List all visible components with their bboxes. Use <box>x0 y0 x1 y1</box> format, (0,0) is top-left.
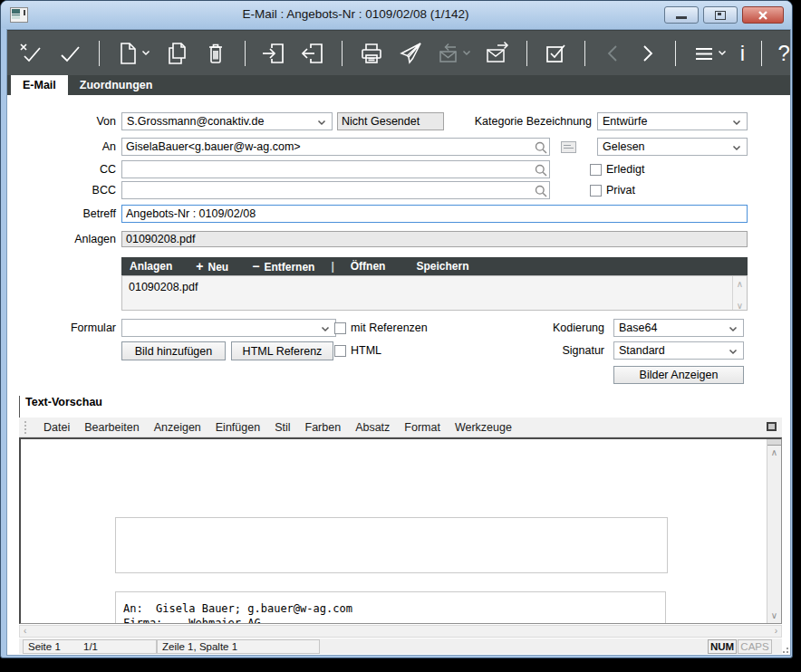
search-icon[interactable] <box>535 141 547 154</box>
forward-mail-icon[interactable] <box>485 41 510 66</box>
import-icon[interactable] <box>261 41 286 66</box>
menu-anzeigen[interactable]: Anzeigen <box>147 421 208 434</box>
menu-einfuegen[interactable]: Einfügen <box>208 421 267 434</box>
bilder-anzeigen-button[interactable]: Bilder Anzeigen <box>613 366 744 384</box>
page-count: 1/1 <box>83 641 98 652</box>
menu-stil[interactable]: Stil <box>267 421 297 434</box>
previous-icon[interactable] <box>602 41 623 66</box>
info-icon[interactable]: i <box>740 42 745 65</box>
attachment-remove-button[interactable]: −Entfernen <box>252 259 314 274</box>
num-lock-indicator: NUM <box>708 639 737 654</box>
toolbar-separator <box>99 41 100 66</box>
menu-format[interactable]: Format <box>397 421 448 434</box>
kodierung-select[interactable]: Base64 <box>613 319 744 337</box>
resize-grip[interactable] <box>780 645 789 654</box>
toolbar-separator <box>526 41 527 66</box>
privat-checkbox[interactable]: Privat <box>590 184 635 197</box>
maximize-icon <box>715 11 726 20</box>
bcc-label: BCC <box>7 181 116 199</box>
scroll-right-icon[interactable]: › <box>775 626 777 637</box>
gelesen-select[interactable]: Gelesen <box>597 138 748 156</box>
preview-editor[interactable]: An: Gisela Bauer; g.bauer@w-ag.com Firma… <box>19 437 782 624</box>
chevron-down-icon[interactable] <box>141 50 150 56</box>
html-referenz-button[interactable]: HTML Referenz <box>231 341 333 360</box>
checkbox-box[interactable] <box>334 345 346 357</box>
chevron-down-icon <box>321 326 330 332</box>
checkbox-box[interactable] <box>590 185 602 197</box>
bcc-input[interactable] <box>121 181 550 199</box>
betreff-input[interactable] <box>121 205 748 223</box>
preview-vertical-scrollbar[interactable]: ∧ ∨ <box>767 439 781 623</box>
scroll-up-icon[interactable]: ∧ <box>733 280 747 289</box>
task-check-icon[interactable] <box>543 41 568 66</box>
formular-select[interactable] <box>121 319 336 337</box>
signatur-select[interactable]: Standard <box>613 341 744 360</box>
help-icon[interactable]: ? <box>778 42 790 65</box>
formular-label: Formular <box>7 319 116 337</box>
maximize-button[interactable] <box>703 6 738 24</box>
attachment-save-button[interactable]: Speichern <box>416 260 468 273</box>
kategorie-label: Kategorie Bezeichnung <box>410 112 592 130</box>
export-icon[interactable] <box>300 41 325 66</box>
delete-icon[interactable] <box>203 41 228 66</box>
menu-icon[interactable] <box>692 41 727 66</box>
toolbar-separator <box>761 41 762 66</box>
von-select[interactable]: S.Grossmann@conaktiv.de <box>121 112 333 130</box>
html-checkbox[interactable]: HTML <box>334 344 381 357</box>
kategorie-select[interactable]: Entwürfe <box>597 112 748 130</box>
attachments-list[interactable]: 01090208.pdf ∧ ∨ <box>121 275 748 311</box>
app-icon <box>10 7 28 23</box>
menu-absatz[interactable]: Absatz <box>348 421 397 434</box>
tab-zuordnungen[interactable]: Zuordnungen <box>68 75 165 95</box>
search-icon[interactable] <box>535 185 547 197</box>
tab-email[interactable]: E-Mail <box>11 75 68 95</box>
preview-horizontal-scrollbar[interactable]: ‹ › <box>19 625 782 638</box>
split-handle[interactable] <box>767 439 781 446</box>
chevron-down-icon[interactable] <box>718 50 727 56</box>
scroll-left-icon[interactable]: ‹ <box>24 626 26 637</box>
checkbox-box[interactable] <box>334 322 346 334</box>
attachment-open-button[interactable]: Öffnen <box>351 260 386 273</box>
panel-toggle-icon[interactable] <box>767 422 777 431</box>
erledigt-checkbox[interactable]: Erledigt <box>590 163 644 176</box>
send-mail-icon[interactable] <box>398 41 423 66</box>
preview-line: Firma: Wehmaier AG <box>123 616 658 624</box>
minimize-button[interactable] <box>664 6 699 24</box>
scroll-down-icon[interactable]: ∨ <box>767 609 781 623</box>
attachment-item[interactable]: 01090208.pdf <box>129 281 198 293</box>
attachments-scrollbar[interactable]: ∧ ∨ <box>732 276 747 310</box>
minimize-icon <box>676 16 687 19</box>
cancel-ok-icon[interactable] <box>18 41 43 66</box>
close-button[interactable] <box>742 6 784 24</box>
preview-title: Text-Vorschau <box>25 396 102 408</box>
contact-picker-icon[interactable] <box>561 141 576 153</box>
attachment-new-button[interactable]: +Neu <box>196 259 228 274</box>
duplicate-icon[interactable] <box>164 41 189 66</box>
menu-bearbeiten[interactable]: Bearbeiten <box>77 421 146 434</box>
cc-input[interactable] <box>121 160 550 178</box>
app-window: E-Mail : Angebots-Nr : 0109/02/08 (1/142… <box>0 0 793 658</box>
mit-referenzen-checkbox[interactable]: mit Referenzen <box>334 322 428 334</box>
search-icon[interactable] <box>535 164 547 177</box>
an-input[interactable] <box>121 138 550 156</box>
reply-mail-icon[interactable] <box>437 41 471 66</box>
next-icon[interactable] <box>637 41 659 66</box>
print-icon[interactable] <box>359 41 384 66</box>
menu-farben[interactable]: Farben <box>298 421 349 434</box>
new-record-icon[interactable] <box>116 41 150 66</box>
ok-icon[interactable] <box>57 41 82 66</box>
menubar-grip[interactable] <box>24 421 28 434</box>
chevron-down-icon <box>317 120 326 126</box>
signatur-label: Signatur <box>423 341 604 360</box>
checkbox-box[interactable] <box>590 164 602 176</box>
statusbar: Seite 1 1/1 Zeile 1, Spalte 1 NUM CAPS <box>19 638 782 654</box>
menu-datei[interactable]: Datei <box>36 421 77 434</box>
page-status-cell: Seite 1 1/1 <box>23 639 157 654</box>
attachments-title: Anlagen <box>130 260 172 273</box>
scroll-down-icon[interactable]: ∨ <box>733 302 747 311</box>
scroll-up-icon[interactable]: ∧ <box>767 446 781 460</box>
bild-hinzufuegen-button[interactable]: Bild hinzufügen <box>121 341 226 360</box>
preview-header-box <box>115 517 668 573</box>
menu-werkzeuge[interactable]: Werkzeuge <box>448 421 519 434</box>
titlebar[interactable]: E-Mail : Angebots-Nr : 0109/02/08 (1/142… <box>1 1 792 28</box>
